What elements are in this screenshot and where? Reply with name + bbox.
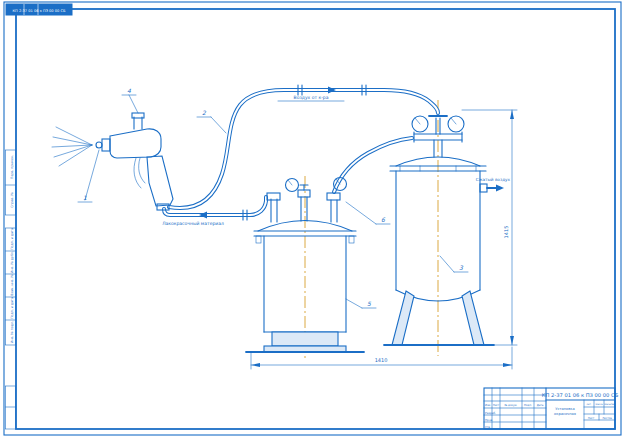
massa-label: Масса <box>596 403 604 406</box>
compressed-air-label: Сжатый воздух <box>476 177 511 182</box>
svg-text:2: 2 <box>202 109 207 116</box>
gun-air-inlet <box>132 113 144 129</box>
svg-text:3: 3 <box>459 264 464 271</box>
callout-4: 4 <box>122 87 138 113</box>
col-podp: Подп. <box>524 404 532 407</box>
callout-6: 6 <box>346 202 390 224</box>
margin-label: Взам. инв. № <box>10 274 14 296</box>
fluid-outlet-fitting <box>267 193 280 222</box>
col-list: Лист <box>493 404 500 407</box>
lid-clamp <box>349 236 354 243</box>
margin-strip-middle: Подп. и дата Инв. № дубл. Взам. инв. № П… <box>6 228 16 345</box>
paint-flow-arrow-icon <box>199 212 207 219</box>
compressed-air-outlet <box>480 184 504 192</box>
callout-1: 1 <box>78 150 99 202</box>
gun-handle <box>147 156 173 206</box>
margin-label: Подп. и дата <box>10 228 14 250</box>
annotations: Воздух от к-ра Лакокрасочный материал Сж… <box>162 95 510 226</box>
top-left-stamp: КП 2-37 01 06 к ПЗ 00 00 СБ <box>6 4 72 15</box>
margin-label: Перв. примен. <box>10 155 14 179</box>
row-prov: Пров. <box>485 418 493 422</box>
lid-clamp <box>256 236 261 243</box>
drawing-frame <box>4 2 621 435</box>
callouts: 1 2 3 4 5 6 <box>78 87 468 308</box>
stand-leg <box>462 291 484 345</box>
list-label: Лист <box>588 417 595 420</box>
listov-label: Листов <box>602 417 612 420</box>
margin-label: Инв. № дубл. <box>10 251 14 273</box>
outer-border <box>4 2 621 435</box>
svg-text:1: 1 <box>83 194 87 201</box>
outlet-arrow-icon <box>496 185 504 192</box>
masshtab-label: Масштаб <box>604 403 615 406</box>
row-razrab: Разраб. <box>485 411 496 415</box>
col-data: Дата <box>537 404 544 407</box>
spray-fan-icon <box>52 127 92 166</box>
svg-text:6: 6 <box>381 216 386 223</box>
spray-gun <box>52 113 173 210</box>
margin-label: Подп. и дата <box>10 297 14 319</box>
paint-line-label: Лакокрасочный материал <box>162 221 224 226</box>
margin-label: Инв. № подл. <box>10 321 14 343</box>
gun-trigger <box>134 158 141 188</box>
receiver-tank <box>384 116 504 345</box>
drawing-sheet: КП 2-37 01 06 к ПЗ 00 00 СБ Перв. примен… <box>0 0 626 438</box>
paint-tank-gauge-assembly <box>286 179 311 222</box>
callout-2: 2 <box>197 109 226 133</box>
tank-link-hose <box>334 138 412 192</box>
document-name: окрасочная <box>554 412 576 416</box>
stand-leg <box>392 291 414 345</box>
svg-text:4: 4 <box>127 87 131 94</box>
margin-label: Справ. № <box>10 192 14 208</box>
gun-nozzle <box>96 142 102 148</box>
row-utv: Утв. <box>485 425 491 429</box>
stamp-code: КП 2-37 01 06 к ПЗ 00 00 СБ <box>13 9 67 13</box>
document-name: Установка <box>555 407 575 411</box>
drawing-canvas: КП 2-37 01 06 к ПЗ 00 00 СБ Перв. примен… <box>0 0 626 438</box>
height-dimension-value: 1415 <box>503 226 509 239</box>
centerlines <box>305 100 438 358</box>
width-dimension-value: 1410 <box>375 357 388 363</box>
callout-5: 5 <box>346 299 376 308</box>
lit-label: Лит. <box>586 403 591 406</box>
air-line-label: Воздух от к-ра <box>294 95 329 100</box>
col-dok: № докум. <box>505 404 518 407</box>
svg-text:5: 5 <box>367 300 372 307</box>
air-flow-arrow-icon <box>328 87 336 94</box>
margin-strip-upper: Перв. примен. Справ. № <box>6 150 16 215</box>
document-code: КП 2-37 01 06 к ПЗ 00 00 СБ <box>542 392 619 398</box>
title-block: Изм. Лист № докум. Подп. Дата Разраб. Пр… <box>484 388 619 429</box>
callout-3: 3 <box>440 256 468 272</box>
margin-strip-lower <box>6 386 16 429</box>
gun-body <box>110 129 161 158</box>
col-izm: Изм. <box>485 404 491 407</box>
inner-border <box>16 9 615 429</box>
hose-couplings <box>243 85 366 220</box>
paint-tank-plinth <box>272 332 338 346</box>
